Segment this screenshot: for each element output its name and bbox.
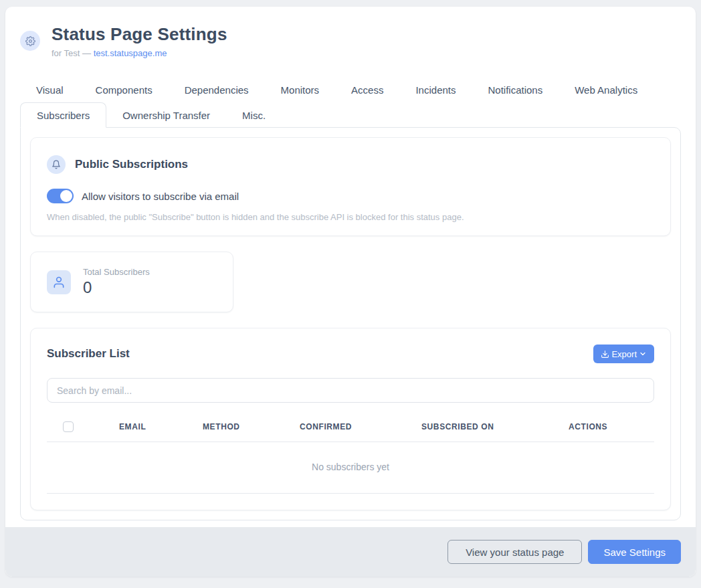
tab-notifications[interactable]: Notifications — [472, 77, 559, 102]
column-method: METHOD — [197, 415, 294, 442]
tabs-row-1: Visual Components Dependencies Monitors … — [20, 77, 681, 102]
total-subscribers-card: Total Subscribers 0 — [30, 252, 233, 312]
status-page-link[interactable]: test.statuspage.me — [94, 48, 167, 58]
empty-state-text: No subscribers yet — [47, 442, 654, 494]
person-icon — [47, 270, 71, 294]
view-status-page-button[interactable]: View your status page — [447, 540, 582, 564]
subtitle-text: for Test — — [52, 48, 94, 58]
chevron-down-icon — [639, 350, 647, 358]
subscriber-list-card: Subscriber List Export EMAIL — [30, 328, 671, 510]
page-header: Status Page Settings for Test — test.sta… — [5, 7, 696, 70]
public-subscriptions-card: Public Subscriptions Allow visitors to s… — [30, 137, 671, 236]
page-subtitle: for Test — test.statuspage.me — [52, 48, 227, 58]
page-title: Status Page Settings — [52, 24, 227, 45]
toggle-label: Allow visitors to subscribe via email — [82, 191, 239, 202]
title-block: Status Page Settings for Test — test.sta… — [52, 24, 227, 58]
public-subscriptions-title: Public Subscriptions — [75, 158, 188, 171]
tab-subscribers[interactable]: Subscribers — [20, 102, 106, 128]
tab-components[interactable]: Components — [80, 77, 169, 102]
tab-web-analytics[interactable]: Web Analytics — [559, 77, 654, 102]
toggle-knob — [60, 190, 72, 202]
bell-icon — [47, 155, 66, 174]
subscribers-table: EMAIL METHOD CONFIRMED SUBSCRIBED ON ACT… — [47, 415, 654, 494]
select-all-checkbox[interactable] — [63, 421, 74, 432]
subscriber-list-title: Subscriber List — [47, 347, 130, 361]
tab-incidents[interactable]: Incidents — [399, 77, 472, 102]
search-input[interactable] — [47, 378, 654, 403]
tab-monitors[interactable]: Monitors — [265, 77, 336, 102]
public-subscriptions-header: Public Subscriptions — [47, 155, 654, 174]
column-subscribed-on: SUBSCRIBED ON — [416, 415, 563, 442]
tabs: Visual Components Dependencies Monitors … — [20, 77, 681, 520]
table-header-row: EMAIL METHOD CONFIRMED SUBSCRIBED ON ACT… — [47, 415, 654, 442]
tabs-row-2: Subscribers Ownership Transfer Misc. — [20, 102, 681, 128]
gear-icon — [20, 31, 40, 51]
save-settings-button[interactable]: Save Settings — [588, 540, 681, 564]
empty-state-row: No subscribers yet — [47, 442, 654, 494]
page: Status Page Settings for Test — test.sta… — [0, 0, 701, 588]
tab-dependencies[interactable]: Dependencies — [169, 77, 265, 102]
column-email: EMAIL — [114, 415, 197, 442]
total-subscribers-value: 0 — [83, 278, 150, 297]
allow-subscribe-toggle[interactable] — [47, 189, 74, 203]
tab-visual[interactable]: Visual — [20, 77, 80, 102]
tab-ownership-transfer[interactable]: Ownership Transfer — [106, 102, 226, 128]
status-page-settings-card: Status Page Settings for Test — test.sta… — [5, 7, 696, 577]
column-actions: ACTIONS — [563, 415, 654, 442]
tab-misc[interactable]: Misc. — [226, 102, 282, 128]
subscriber-list-header: Subscriber List Export — [47, 345, 654, 363]
subscribe-toggle-row: Allow visitors to subscribe via email — [47, 189, 654, 203]
export-button[interactable]: Export — [593, 345, 654, 363]
export-button-label: Export — [611, 349, 637, 359]
settings-footer: View your status page Save Settings — [5, 527, 696, 577]
total-subscribers-label: Total Subscribers — [83, 267, 150, 277]
column-confirmed: CONFIRMED — [294, 415, 416, 442]
subscribers-tab-panel: Public Subscriptions Allow visitors to s… — [20, 127, 681, 520]
download-icon — [601, 350, 609, 359]
stat-block: Total Subscribers 0 — [83, 267, 150, 297]
toggle-helper-text: When disabled, the public "Subscribe" bu… — [47, 212, 654, 222]
tab-access[interactable]: Access — [335, 77, 399, 102]
